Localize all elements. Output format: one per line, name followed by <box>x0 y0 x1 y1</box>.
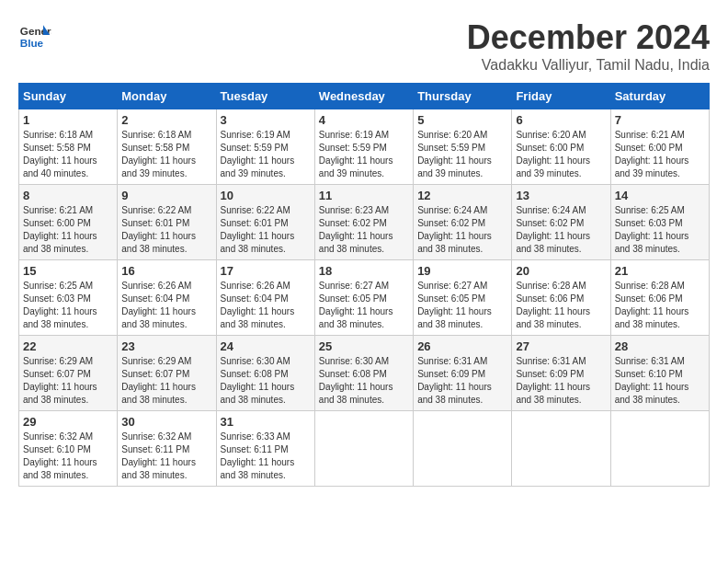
calendar-week-row: 8 Sunrise: 6:21 AM Sunset: 6:00 PM Dayli… <box>19 185 710 260</box>
calendar-cell <box>414 411 512 487</box>
day-number: 15 <box>23 264 113 278</box>
day-number: 14 <box>615 189 705 202</box>
title-section: December 2024 Vadakku Valliyur, Tamil Na… <box>467 18 710 74</box>
day-info: Sunrise: 6:27 AM Sunset: 6:05 PM Dayligh… <box>417 280 507 331</box>
day-number: 21 <box>615 264 705 278</box>
day-info: Sunrise: 6:21 AM Sunset: 6:00 PM Dayligh… <box>615 129 705 180</box>
day-number: 9 <box>121 189 211 202</box>
calendar-week-row: 15 Sunrise: 6:25 AM Sunset: 6:03 PM Dayl… <box>19 260 710 336</box>
day-number: 8 <box>23 189 113 202</box>
calendar-cell: 2 Sunrise: 6:18 AM Sunset: 5:58 PM Dayli… <box>118 109 216 185</box>
svg-text:Blue: Blue <box>20 37 44 49</box>
calendar-cell: 13 Sunrise: 6:24 AM Sunset: 6:02 PM Dayl… <box>512 185 610 260</box>
calendar-cell: 8 Sunrise: 6:21 AM Sunset: 6:00 PM Dayli… <box>19 185 118 260</box>
day-info: Sunrise: 6:29 AM Sunset: 6:07 PM Dayligh… <box>121 355 211 407</box>
day-info: Sunrise: 6:30 AM Sunset: 6:08 PM Dayligh… <box>319 355 409 407</box>
calendar-week-row: 1 Sunrise: 6:18 AM Sunset: 5:58 PM Dayli… <box>19 109 710 185</box>
calendar-cell: 26 Sunrise: 6:31 AM Sunset: 6:09 PM Dayl… <box>414 336 512 411</box>
day-info: Sunrise: 6:22 AM Sunset: 6:01 PM Dayligh… <box>121 204 211 256</box>
day-info: Sunrise: 6:24 AM Sunset: 6:02 PM Dayligh… <box>516 204 606 256</box>
calendar-cell: 25 Sunrise: 6:30 AM Sunset: 6:08 PM Dayl… <box>314 336 413 411</box>
weekday-header-cell: Friday <box>512 84 610 109</box>
calendar-cell: 30 Sunrise: 6:32 AM Sunset: 6:11 PM Dayl… <box>118 411 216 487</box>
day-info: Sunrise: 6:26 AM Sunset: 6:04 PM Dayligh… <box>121 280 211 331</box>
day-info: Sunrise: 6:25 AM Sunset: 6:03 PM Dayligh… <box>23 280 113 331</box>
calendar-cell: 7 Sunrise: 6:21 AM Sunset: 6:00 PM Dayli… <box>610 109 709 185</box>
day-info: Sunrise: 6:28 AM Sunset: 6:06 PM Dayligh… <box>615 280 705 331</box>
calendar-cell: 12 Sunrise: 6:24 AM Sunset: 6:02 PM Dayl… <box>414 185 512 260</box>
calendar-cell <box>314 411 413 487</box>
calendar-cell: 18 Sunrise: 6:27 AM Sunset: 6:05 PM Dayl… <box>314 260 413 336</box>
calendar-cell: 20 Sunrise: 6:28 AM Sunset: 6:06 PM Dayl… <box>512 260 610 336</box>
calendar-week-row: 22 Sunrise: 6:29 AM Sunset: 6:07 PM Dayl… <box>19 336 710 411</box>
day-info: Sunrise: 6:31 AM Sunset: 6:09 PM Dayligh… <box>417 355 507 407</box>
calendar-cell: 27 Sunrise: 6:31 AM Sunset: 6:09 PM Dayl… <box>512 336 610 411</box>
calendar-week-row: 29 Sunrise: 6:32 AM Sunset: 6:10 PM Dayl… <box>19 411 710 487</box>
day-number: 4 <box>319 113 409 127</box>
weekday-header-cell: Tuesday <box>216 84 314 109</box>
header: General Blue December 2024 Vadakku Valli… <box>18 18 710 74</box>
day-number: 5 <box>417 113 507 127</box>
calendar-cell: 6 Sunrise: 6:20 AM Sunset: 6:00 PM Dayli… <box>512 109 610 185</box>
calendar-cell <box>512 411 610 487</box>
day-number: 17 <box>221 264 311 278</box>
day-number: 16 <box>121 264 211 278</box>
day-number: 1 <box>23 113 113 127</box>
day-number: 2 <box>121 113 211 127</box>
day-number: 6 <box>516 113 606 127</box>
day-number: 11 <box>319 189 409 202</box>
calendar-cell: 28 Sunrise: 6:31 AM Sunset: 6:10 PM Dayl… <box>610 336 709 411</box>
day-number: 23 <box>121 339 211 353</box>
weekday-header-cell: Monday <box>118 84 216 109</box>
calendar-cell: 9 Sunrise: 6:22 AM Sunset: 6:01 PM Dayli… <box>118 185 216 260</box>
day-info: Sunrise: 6:24 AM Sunset: 6:02 PM Dayligh… <box>417 204 507 256</box>
day-number: 12 <box>417 189 507 202</box>
day-info: Sunrise: 6:25 AM Sunset: 6:03 PM Dayligh… <box>615 204 705 256</box>
day-number: 30 <box>121 415 211 429</box>
weekday-header-cell: Thursday <box>414 84 512 109</box>
day-info: Sunrise: 6:32 AM Sunset: 6:11 PM Dayligh… <box>121 431 211 482</box>
day-number: 22 <box>23 339 113 353</box>
day-info: Sunrise: 6:31 AM Sunset: 6:09 PM Dayligh… <box>516 355 606 407</box>
day-number: 19 <box>417 264 507 278</box>
month-title: December 2024 <box>467 18 710 57</box>
calendar-cell: 10 Sunrise: 6:22 AM Sunset: 6:01 PM Dayl… <box>216 185 314 260</box>
location-title: Vadakku Valliyur, Tamil Nadu, India <box>467 57 710 74</box>
day-info: Sunrise: 6:32 AM Sunset: 6:10 PM Dayligh… <box>23 431 113 482</box>
day-number: 3 <box>221 113 311 127</box>
day-info: Sunrise: 6:23 AM Sunset: 6:02 PM Dayligh… <box>319 204 409 256</box>
day-info: Sunrise: 6:33 AM Sunset: 6:11 PM Dayligh… <box>221 431 311 482</box>
day-number: 29 <box>23 415 113 429</box>
logo: General Blue <box>18 18 51 52</box>
calendar-cell: 31 Sunrise: 6:33 AM Sunset: 6:11 PM Dayl… <box>216 411 314 487</box>
day-info: Sunrise: 6:18 AM Sunset: 5:58 PM Dayligh… <box>23 129 113 180</box>
day-info: Sunrise: 6:30 AM Sunset: 6:08 PM Dayligh… <box>221 355 311 407</box>
calendar: SundayMondayTuesdayWednesdayThursdayFrid… <box>18 83 710 487</box>
calendar-cell: 5 Sunrise: 6:20 AM Sunset: 5:59 PM Dayli… <box>414 109 512 185</box>
day-number: 27 <box>516 339 606 353</box>
weekday-header-row: SundayMondayTuesdayWednesdayThursdayFrid… <box>19 84 710 109</box>
calendar-cell: 29 Sunrise: 6:32 AM Sunset: 6:10 PM Dayl… <box>19 411 118 487</box>
day-info: Sunrise: 6:19 AM Sunset: 5:59 PM Dayligh… <box>319 129 409 180</box>
day-info: Sunrise: 6:29 AM Sunset: 6:07 PM Dayligh… <box>23 355 113 407</box>
calendar-cell: 3 Sunrise: 6:19 AM Sunset: 5:59 PM Dayli… <box>216 109 314 185</box>
calendar-cell: 4 Sunrise: 6:19 AM Sunset: 5:59 PM Dayli… <box>314 109 413 185</box>
day-number: 28 <box>615 339 705 353</box>
day-info: Sunrise: 6:28 AM Sunset: 6:06 PM Dayligh… <box>516 280 606 331</box>
day-number: 13 <box>516 189 606 202</box>
day-info: Sunrise: 6:20 AM Sunset: 5:59 PM Dayligh… <box>417 129 507 180</box>
weekday-header-cell: Wednesday <box>314 84 413 109</box>
calendar-cell: 11 Sunrise: 6:23 AM Sunset: 6:02 PM Dayl… <box>314 185 413 260</box>
calendar-cell: 21 Sunrise: 6:28 AM Sunset: 6:06 PM Dayl… <box>610 260 709 336</box>
day-number: 25 <box>319 339 409 353</box>
weekday-header-cell: Saturday <box>610 84 709 109</box>
day-number: 26 <box>417 339 507 353</box>
day-info: Sunrise: 6:18 AM Sunset: 5:58 PM Dayligh… <box>121 129 211 180</box>
calendar-cell <box>610 411 709 487</box>
day-info: Sunrise: 6:22 AM Sunset: 6:01 PM Dayligh… <box>221 204 311 256</box>
day-number: 10 <box>221 189 311 202</box>
calendar-cell: 1 Sunrise: 6:18 AM Sunset: 5:58 PM Dayli… <box>19 109 118 185</box>
calendar-cell: 15 Sunrise: 6:25 AM Sunset: 6:03 PM Dayl… <box>19 260 118 336</box>
day-number: 18 <box>319 264 409 278</box>
calendar-cell: 16 Sunrise: 6:26 AM Sunset: 6:04 PM Dayl… <box>118 260 216 336</box>
